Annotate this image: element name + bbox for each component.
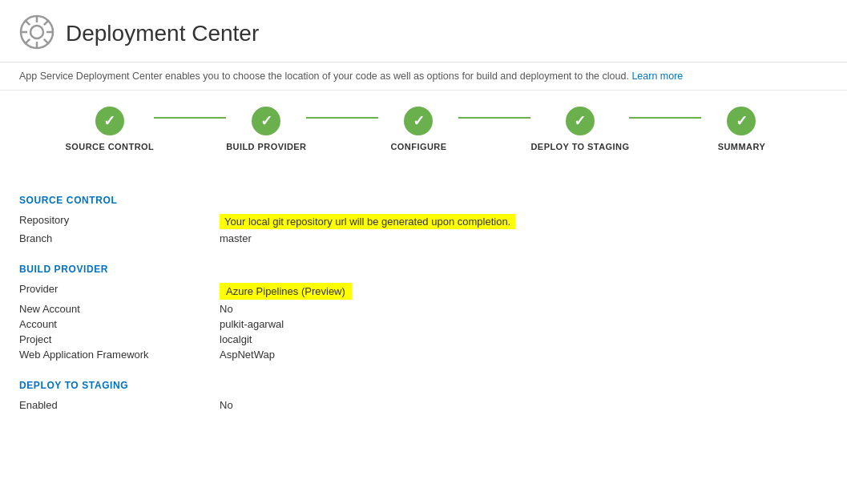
section-deploy-staging: DEPLOY TO STAGING Enabled No [19,380,828,411]
field-label-repository: Repository [19,214,220,229]
field-row-account: Account pulkit-agarwal [19,318,828,330]
field-row-branch: Branch master [19,232,828,244]
step-circle-summary [727,107,756,135]
step-deploy-staging: DEPLOY TO STAGING [530,107,629,151]
provider-value-highlighted: Azure Pipelines (Preview) [220,283,352,300]
section-title-build-provider: BUILD PROVIDER [19,264,828,275]
connector-3 [458,117,530,119]
section-source-control: SOURCE CONTROL Repository Your local git… [19,195,828,244]
svg-line-8 [44,20,49,25]
connector-1 [154,117,226,119]
field-label-enabled: Enabled [19,399,220,411]
step-circle-configure [404,107,433,135]
connector-2 [306,117,378,119]
step-configure: CONFIGURE [378,107,458,151]
step-summary: SUMMARY [701,107,781,151]
svg-line-6 [25,20,30,25]
subtitle-bar: App Service Deployment Center enables yo… [0,62,847,91]
field-label-branch: Branch [19,232,220,244]
step-label-summary: SUMMARY [718,142,766,151]
step-label-build-provider: BUILD PROVIDER [226,142,306,151]
field-value-new-account: No [220,303,233,315]
field-value-web-app-framework: AspNetWap [220,349,275,361]
field-value-project: localgit [220,333,252,345]
field-label-provider: Provider [19,283,220,300]
step-label-deploy-staging: DEPLOY TO STAGING [530,142,629,151]
page-header: Deployment Center [0,0,847,62]
field-row-new-account: New Account No [19,303,828,315]
field-row-web-app-framework: Web Application Framework AspNetWap [19,349,828,361]
learn-more-link[interactable]: Learn more [631,71,683,82]
subtitle-text: App Service Deployment Center enables yo… [19,71,629,82]
step-source-control: SOURCE CONTROL [66,107,155,151]
section-build-provider: BUILD PROVIDER Provider Azure Pipelines … [19,264,828,361]
page-title: Deployment Center [66,21,259,46]
step-circle-source-control [95,107,124,135]
field-value-branch: master [220,232,252,244]
field-value-enabled: No [220,399,233,411]
field-value-account: pulkit-agarwal [220,318,284,330]
connector-4 [629,117,701,119]
field-row-repository: Repository Your local git repository url… [19,214,828,229]
field-row-enabled: Enabled No [19,399,828,411]
field-row-provider: Provider Azure Pipelines (Preview) [19,283,828,300]
field-row-project: Project localgit [19,333,828,345]
steps-progress: SOURCE CONTROL BUILD PROVIDER CONFIGURE … [0,91,847,175]
svg-line-9 [25,39,30,44]
field-value-repository: Your local git repository url will be ge… [220,214,515,229]
repository-value-highlighted: Your local git repository url will be ge… [220,214,515,229]
step-build-provider: BUILD PROVIDER [226,107,306,151]
steps-group: SOURCE CONTROL BUILD PROVIDER CONFIGURE … [66,107,782,151]
step-label-source-control: SOURCE CONTROL [66,142,155,151]
step-circle-deploy-staging [566,107,595,135]
field-label-new-account: New Account [19,303,220,315]
step-circle-build-provider [252,107,280,135]
gear-icon [19,14,54,52]
svg-line-7 [44,39,49,44]
field-label-project: Project [19,333,220,345]
main-content: SOURCE CONTROL Repository Your local git… [0,175,847,450]
field-label-web-app-framework: Web Application Framework [19,349,220,361]
section-title-source-control: SOURCE CONTROL [19,195,828,206]
svg-point-1 [30,26,43,38]
section-title-deploy-staging: DEPLOY TO STAGING [19,380,828,391]
field-value-provider: Azure Pipelines (Preview) [220,283,352,300]
field-label-account: Account [19,318,220,330]
step-label-configure: CONFIGURE [390,142,446,151]
